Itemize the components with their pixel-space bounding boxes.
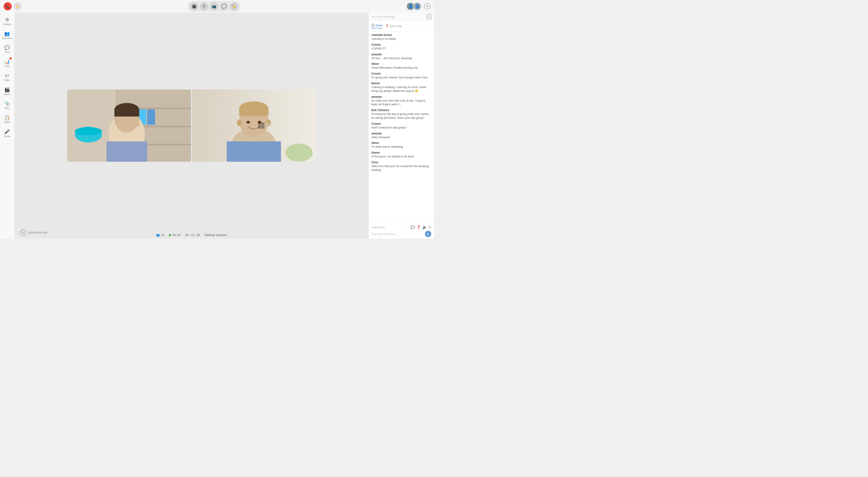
sticky-placeholder[interactable]: Set sticky message... — [371, 15, 427, 18]
sidebar-item-attendees[interactable]: 👥 Attendees — [1, 29, 13, 42]
volume-icon-btn[interactable]: 🔊 — [422, 225, 427, 230]
chat-input-icons: ··· 💬 ❓ 🔊 ⚙ — [406, 225, 431, 230]
chat-input-area: Select item . ··· 💬 ❓ 🔊 ⚙ ➤ — [369, 224, 434, 238]
chat-name-3: Oliver — [371, 62, 431, 66]
more-options-chat-btn[interactable]: ··· — [406, 225, 409, 230]
video-grid — [67, 90, 316, 162]
chat-name-10: Oliver — [371, 141, 431, 144]
qa-label: Q&A only — [390, 24, 402, 28]
chat-text-10: I'm fairly new to marketing. — [371, 145, 431, 149]
svg-point-29 — [246, 121, 250, 124]
chat-name-1: Conner — [371, 43, 431, 46]
hangup-button[interactable]: 📞 — [4, 2, 12, 10]
chat-toolbar-button[interactable]: 💬 — [220, 2, 228, 10]
camera-button[interactable]: 🎥 — [190, 2, 198, 10]
chat-text-0: Learning a lot today! — [371, 37, 431, 41]
chat-message-7: Erik CSKartra Hi everyone! My day is goi… — [371, 109, 431, 120]
sidebar-item-speak[interactable]: 🎤 Speak — [1, 127, 13, 140]
chat-text-11: Hi Everyone. So excited to be here! — [371, 155, 431, 159]
chat-input-row: ➤ — [371, 231, 431, 237]
chat-message-1: Conner LOVING IT! — [371, 43, 431, 50]
svg-rect-15 — [106, 141, 147, 162]
offers-icon: 🏷 — [5, 73, 9, 78]
slides-icon: 📋 — [4, 115, 10, 121]
flash-button[interactable]: ⚡ — [13, 2, 22, 10]
sidebar-item-slides[interactable]: 📋 Slides — [1, 112, 13, 126]
chat-tabs: 💬 Chat ❓ Q&A only — [371, 24, 402, 29]
logo-area: W WEBINARJAM — [20, 230, 48, 236]
left-sidebar: ⚙ Settings 👥 Attendees 💬 Chat 📊 Polls 🏷 … — [0, 13, 14, 238]
flash-icon: ⚡ — [16, 4, 20, 8]
chat-text-6: It's chilly over here with a bit of rain… — [371, 99, 431, 107]
sidebar-item-files[interactable]: 📎 Files — [1, 99, 13, 112]
gear-icon: ⚙ — [5, 17, 9, 22]
polls-icon: 📊 — [4, 59, 10, 64]
settings-chat-btn[interactable]: ⚙ — [428, 225, 431, 230]
slides-label: Slides — [4, 121, 10, 124]
mic-icon: 🎙 — [202, 4, 206, 8]
sidebar-item-polls[interactable]: 📊 Polls — [1, 57, 13, 70]
message-icon-btn[interactable]: 💬 — [410, 225, 415, 230]
more-options-button[interactable]: ⋮ — [258, 123, 265, 129]
chat-text-8: How's everyone's day going? — [371, 126, 431, 130]
chat-comment-input[interactable] — [371, 232, 424, 236]
attendees-label: Attendees — [2, 37, 12, 39]
chat-name-11: Danno — [371, 151, 431, 154]
chat-message-0: charlotte Kumm Learning a lot today! — [371, 33, 431, 41]
send-icon: ➤ — [427, 232, 430, 236]
chat-text-12: Hello from Missouri! So excited for this… — [371, 164, 431, 172]
video-tile-2 — [192, 90, 316, 162]
sidebar-item-settings[interactable]: ⚙ Settings — [1, 14, 13, 28]
logo-label: WEBINARJAM — [28, 231, 48, 234]
chat-sidebar-icon: 💬 — [4, 45, 10, 50]
top-left-controls: 📞 ⚡ — [4, 2, 22, 10]
mic-button[interactable]: 🎙 — [200, 2, 208, 10]
svg-rect-22 — [227, 141, 281, 162]
chat-text-1: LOVING IT! — [371, 47, 431, 50]
offers-label: Offers — [4, 79, 10, 81]
attendees-icon-stat: 👥 — [156, 233, 160, 237]
chat-sidebar-label: Chat — [5, 51, 9, 54]
more-options-icon: ⋮ — [259, 124, 263, 128]
logo-icon: W — [20, 230, 26, 236]
question-icon-btn[interactable]: ❓ — [416, 225, 421, 230]
hangup-icon: 📞 — [5, 4, 10, 8]
chat-text-5: Training is amazing. Learning so much. G… — [371, 86, 431, 93]
edit-button[interactable]: ✏️ — [230, 2, 238, 10]
chat-message-8: Conner How's everyone's day going? — [371, 122, 431, 130]
tab-qa[interactable]: ❓ Q&A only — [385, 24, 402, 28]
sticky-more-button[interactable]: ⋮ — [427, 14, 431, 19]
chat-send-button[interactable]: ➤ — [425, 231, 431, 237]
speak-icon: 🎤 — [4, 129, 10, 134]
svg-rect-25 — [239, 109, 269, 116]
sidebar-item-videos[interactable]: 🎬 Videos — [1, 84, 13, 98]
video-person-2 — [192, 90, 316, 162]
video-person-1 — [67, 90, 191, 162]
add-attendee-button[interactable]: + — [424, 3, 430, 9]
polls-badge — [9, 57, 12, 60]
chat-text-2: Oh yas ... this training is amazing! — [371, 57, 431, 60]
top-bar: 📞 ⚡ 🎥 🎙 📺 💬 ✏️ 👤 👤 + — [0, 0, 434, 13]
sidebar-item-offers[interactable]: 🏷 Offers — [1, 70, 13, 84]
media-toolbar: 🎥 🎙 📺 💬 ✏️ — [187, 1, 241, 12]
polls-label: Polls — [5, 65, 10, 68]
tab-chat[interactable]: 💬 Chat — [371, 24, 382, 29]
chat-messages-list: charlotte Kumm Learning a lot today! Con… — [369, 32, 434, 224]
chat-header: 💬 Chat ❓ Q&A only — [369, 21, 434, 32]
files-label: Files — [5, 107, 9, 109]
attendee-avatars: 👤 👤 — [406, 2, 421, 10]
chat-message-4: Conner It's going well, thanks! Just suu… — [371, 72, 431, 79]
speak-label: Speak — [4, 135, 10, 138]
sidebar-item-chat[interactable]: 💬 Chat — [1, 42, 13, 56]
videos-label: Videos — [4, 93, 10, 96]
edit-icon: ✏️ — [232, 4, 236, 8]
on-air-label: On Air — [173, 233, 181, 237]
attendees-number: 14 — [161, 233, 164, 237]
chat-message-2: amanda Oh yas ... this training is amazi… — [371, 53, 431, 60]
screen-share-button[interactable]: 📺 — [210, 2, 218, 10]
on-air-indicator — [169, 234, 171, 236]
chat-text-4: It's going well, thanks! Just suuuper wa… — [371, 76, 431, 79]
svg-rect-8 — [147, 109, 155, 125]
chat-message-9: amanda Hello everyone! — [371, 132, 431, 139]
svg-point-26 — [237, 120, 241, 126]
